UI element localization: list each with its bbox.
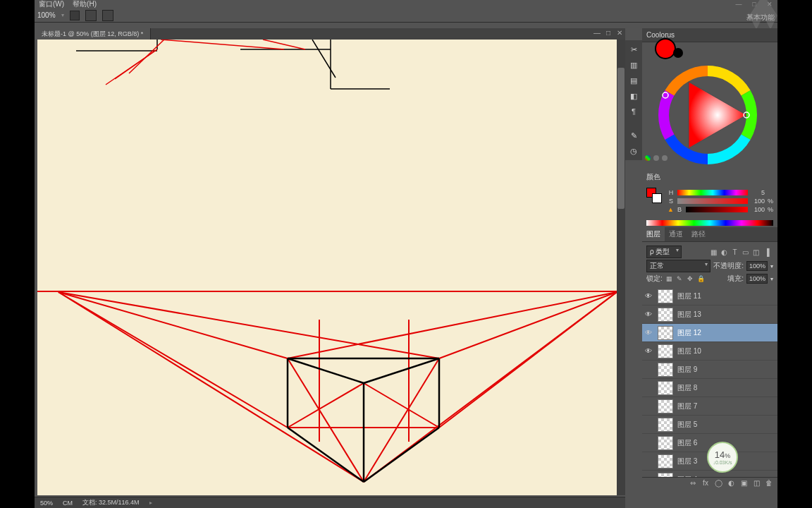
layer-row[interactable]: 图层 8 [642, 379, 777, 397]
svg-line-7 [115, 49, 157, 79]
gamut-warning-icon[interactable]: ▲ [668, 206, 674, 213]
coolorus-mode-dot[interactable] [662, 155, 668, 161]
lock-position-icon[interactable]: ✥ [687, 275, 694, 282]
color-panel-tab[interactable]: 颜色 [642, 169, 665, 185]
svg-line-14 [59, 292, 364, 482]
adjustment-layer-icon[interactable]: ◐ [727, 479, 735, 487]
layer-thumbnail[interactable] [658, 289, 673, 303]
layer-row[interactable]: 👁图层 10 [642, 342, 777, 361]
coolorus-bg-swatch[interactable] [673, 48, 683, 58]
coolorus-fg-swatch[interactable] [655, 38, 676, 59]
filter-adjust-icon[interactable]: ◐ [720, 248, 728, 256]
doc-minimize-button[interactable]: — [591, 29, 603, 39]
layer-thumbnail[interactable] [658, 436, 673, 450]
visibility-toggle-icon[interactable]: 👁 [645, 292, 653, 300]
status-doc-info[interactable]: 文档: 32.5M/116.4M [82, 498, 140, 507]
status-zoom[interactable]: 50% [40, 500, 53, 507]
filter-smart-icon[interactable]: ◫ [752, 248, 760, 256]
lock-pixels-icon[interactable]: ✎ [676, 275, 684, 282]
tool-swatch-icon[interactable]: ◧ [627, 90, 641, 102]
layer-row[interactable]: 👁图层 12 [642, 324, 777, 342]
layer-group-icon[interactable]: ▣ [739, 479, 748, 487]
hue-slider[interactable] [677, 190, 748, 195]
layer-name[interactable]: 图层 13 [677, 310, 701, 320]
layer-name[interactable]: 图层 3 [677, 456, 697, 466]
lock-transparency-icon[interactable]: ▦ [665, 275, 673, 282]
layer-filter-dropdown[interactable]: ρ 类型 [646, 246, 682, 258]
layer-row[interactable]: 👁图层 13 [642, 306, 777, 324]
color-wheel[interactable] [655, 62, 761, 168]
menu-window[interactable]: 窗口(W) [39, 0, 64, 9]
layer-thumbnail[interactable] [658, 418, 673, 432]
svg-line-31 [364, 358, 439, 383]
filter-image-icon[interactable]: ▦ [710, 248, 718, 256]
new-layer-icon[interactable]: ◫ [752, 479, 761, 487]
layer-thumbnail[interactable] [658, 344, 673, 358]
layer-name[interactable]: 图层 8 [677, 383, 697, 393]
filter-type-icon[interactable]: T [731, 248, 739, 256]
visibility-toggle-icon[interactable]: 👁 [645, 329, 653, 337]
saturation-label: S [668, 198, 675, 205]
layer-mask-icon[interactable]: ◯ [714, 479, 722, 487]
layer-thumbnail[interactable] [658, 399, 673, 413]
coolorus-mode-dot[interactable] [653, 155, 659, 161]
layer-name[interactable]: 图层 12 [677, 328, 701, 338]
lock-all-icon[interactable]: 🔒 [697, 275, 705, 282]
tool-arrange-icon[interactable]: ✂ [627, 43, 641, 56]
layer-row[interactable]: 图层 7 [642, 397, 777, 416]
saturation-value[interactable]: 100 [751, 198, 765, 205]
blend-mode-dropdown[interactable]: 正常 [646, 260, 710, 272]
visibility-toggle-icon[interactable]: 👁 [645, 347, 653, 355]
filter-shape-icon[interactable]: ▭ [742, 248, 749, 256]
layer-row[interactable]: 图层 9 [642, 361, 777, 379]
tab-layers[interactable]: 图层 [642, 227, 665, 241]
svg-line-9 [161, 40, 284, 49]
vertical-scrollbar[interactable] [617, 40, 625, 495]
layer-name[interactable]: 图层 10 [677, 346, 701, 356]
layer-name[interactable]: 图层 11 [677, 291, 701, 301]
fg-bg-swatches[interactable] [646, 188, 662, 203]
tool-text-icon[interactable]: ¶ [627, 105, 641, 118]
option-icon-2[interactable] [102, 10, 113, 21]
layer-name[interactable]: 图层 7 [677, 401, 697, 411]
brightness-slider[interactable] [686, 207, 748, 212]
layer-thumbnail[interactable] [658, 454, 673, 468]
delete-layer-icon[interactable]: 🗑 [765, 479, 773, 487]
visibility-toggle-icon[interactable]: 👁 [645, 310, 653, 318]
option-checkbox-1[interactable] [70, 11, 80, 20]
layer-row[interactable]: 图层 4 [642, 471, 777, 477]
layer-fx-icon[interactable]: fx [701, 479, 710, 487]
doc-close-button[interactable]: ✕ [614, 29, 625, 39]
option-icon-1[interactable] [85, 10, 97, 21]
opacity-value[interactable]: 100% [746, 261, 768, 271]
saturation-slider[interactable] [677, 198, 748, 204]
menu-help[interactable]: 帮助(H) [73, 0, 97, 9]
link-layers-icon[interactable]: ⇔ [689, 479, 697, 487]
tab-channels[interactable]: 通道 [665, 227, 687, 241]
tab-paths[interactable]: 路径 [687, 227, 710, 241]
coolorus-mode-dot[interactable] [645, 155, 651, 161]
layer-thumbnail[interactable] [658, 308, 673, 322]
tool-guide-icon[interactable]: ▤ [627, 74, 641, 87]
layer-name[interactable]: 图层 5 [677, 420, 697, 430]
tool-ruler-icon[interactable]: ▥ [627, 59, 641, 71]
zoom-field[interactable]: 100% [37, 11, 56, 19]
layer-row[interactable]: 图层 5 [642, 416, 777, 434]
layer-thumbnail[interactable] [658, 363, 673, 377]
brightness-value[interactable]: 100 [751, 206, 765, 213]
layer-thumbnail[interactable] [658, 381, 673, 395]
doc-maximize-button[interactable]: □ [603, 29, 614, 39]
layer-row[interactable]: 👁图层 11 [642, 287, 777, 306]
document-tab[interactable]: 未标题-1 @ 50% (图层 12, RGB/8) * [35, 28, 151, 40]
tool-history-icon[interactable]: ◷ [627, 145, 641, 157]
filter-toggle-icon[interactable]: ▌ [765, 248, 773, 256]
canvas[interactable] [37, 40, 617, 495]
fill-value[interactable]: 100% [746, 274, 768, 284]
tool-brush-icon[interactable]: ✎ [627, 129, 641, 142]
hue-value[interactable]: 5 [751, 189, 765, 196]
layer-thumbnail[interactable] [658, 326, 673, 340]
layer-name[interactable]: 图层 6 [677, 438, 697, 448]
svg-line-8 [129, 40, 164, 73]
layer-name[interactable]: 图层 9 [677, 365, 697, 375]
color-spectrum[interactable] [646, 220, 773, 226]
